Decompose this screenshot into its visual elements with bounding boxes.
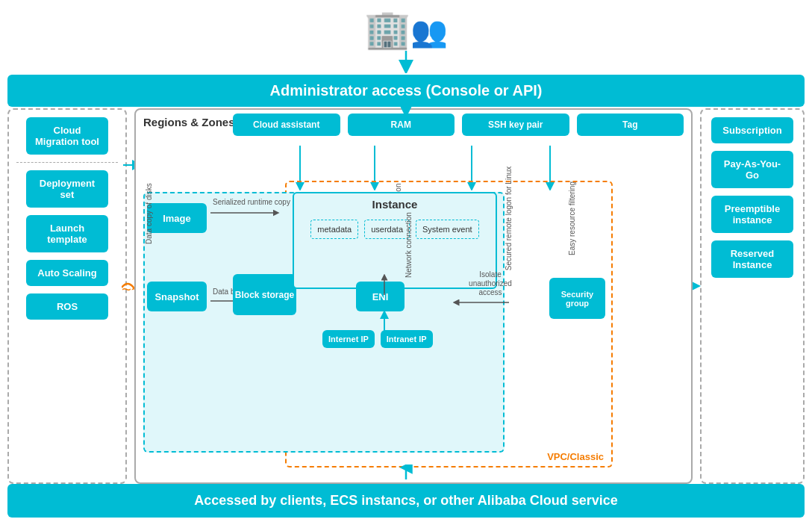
building-icon-area: 🏢👥 <box>364 7 448 73</box>
network-arrow <box>378 274 390 296</box>
vpc-label: VPC/Classic <box>547 451 604 462</box>
data-copy-label: Data copy of disks <box>145 183 153 244</box>
isolate-arrow <box>453 296 513 308</box>
regions-zones-label: Regions & Zones <box>143 116 235 128</box>
main-arrow-down <box>395 99 417 117</box>
admin-access-label: Administrator access (Console or API) <box>270 82 543 99</box>
block-storage-box: Block storage <box>233 274 296 315</box>
ram-box: RAM <box>348 114 455 136</box>
security-group-label: Security group <box>549 290 605 308</box>
left-panel: Cloud Migration tool Deployment set Laun… <box>7 108 127 484</box>
pay-as-you-go-box: Pay-As-You-Go <box>711 151 793 188</box>
ip-to-eni-arrow <box>378 311 390 332</box>
subscription-box: Subscription <box>711 117 793 143</box>
tag-label: Tag <box>622 119 637 130</box>
preemptible-label: Preemptible instance <box>725 203 780 226</box>
ssh-key-pair-box: SSH key pair <box>462 114 569 136</box>
cloud-migration-tool-box: Cloud Migration tool <box>26 117 108 155</box>
bottom-banner-label: Accessed by clients, ECS instancs, or ot… <box>194 493 618 508</box>
ssh-key-label: SSH key pair <box>488 119 543 130</box>
auto-scaling-label: Auto Scaling <box>37 267 96 279</box>
building-icon: 🏢👥 <box>364 7 448 51</box>
bottom-banner: Accessed by clients, ECS instancs, or ot… <box>7 484 805 518</box>
system-event-box: System event <box>416 220 479 239</box>
ip-row: Internet IP Intranet IP <box>322 330 433 348</box>
right-panel: Subscription Pay-As-You-Go Preemptible i… <box>700 108 805 484</box>
ros-label: ROS <box>57 301 78 312</box>
tag-box: Tag <box>577 114 684 136</box>
tools-row: Cloud assistant RAM SSH key pair Tag <box>233 114 684 136</box>
cloud-assistant-label: Cloud assistant <box>253 119 319 130</box>
launch-template-label: Launch template <box>47 223 87 245</box>
image-label: Image <box>163 213 191 224</box>
intranet-ip-box: Intranet IP <box>381 330 433 348</box>
auto-scaling-box: Auto Scaling <box>26 260 108 286</box>
ram-label: RAM <box>391 119 411 130</box>
serialized-arrow <box>210 207 281 219</box>
arrow-down-building <box>395 51 417 73</box>
internet-ip-box: Internet IP <box>322 330 375 348</box>
main-area: Regions & Zones Cloud assistant RAM SSH … <box>134 108 693 484</box>
snapshot-box: Snapshot <box>147 282 207 311</box>
image-box: Image <box>147 203 207 233</box>
isolate-label: Isolate unauthorized access <box>457 270 524 297</box>
payg-label: Pay-As-You-Go <box>724 158 781 181</box>
reserved-instance-box: Reserved Instance <box>711 240 793 278</box>
intranet-ip-label: Intranet IP <box>387 335 427 344</box>
instance-title: Instance <box>294 198 496 211</box>
userdata-box: userdata <box>364 220 410 239</box>
userdata-label: userdata <box>371 225 403 234</box>
metadata-label: metadata <box>317 225 352 234</box>
ros-box: ROS <box>26 293 108 320</box>
cloud-assistant-box: Cloud assistant <box>233 114 340 136</box>
deployment-set-label: Deployment set <box>40 178 95 200</box>
preemptible-instance-box: Preemptible instance <box>711 196 793 233</box>
serialized-label: Serialized runtime copy <box>213 198 290 206</box>
network-connection-label: Network connection <box>405 212 413 278</box>
deployment-set-box: Deployment set <box>26 170 108 208</box>
internet-ip-label: Internet IP <box>328 335 369 344</box>
security-group-box: Security group <box>549 278 605 319</box>
reserved-instance-label: Reserved Instance <box>731 248 775 270</box>
instance-inner-row: metadata userdata System event <box>294 220 496 239</box>
cloud-migration-label: Cloud Migration tool <box>35 125 99 147</box>
snapshot-label: Snapshot <box>154 291 199 302</box>
block-storage-label: Block storage <box>235 290 294 300</box>
metadata-box: metadata <box>310 220 358 239</box>
subscription-label: Subscription <box>722 125 781 136</box>
launch-template-box: Launch template <box>26 215 108 252</box>
bottom-arrow-up <box>395 465 417 484</box>
system-event-label: System event <box>422 225 472 234</box>
